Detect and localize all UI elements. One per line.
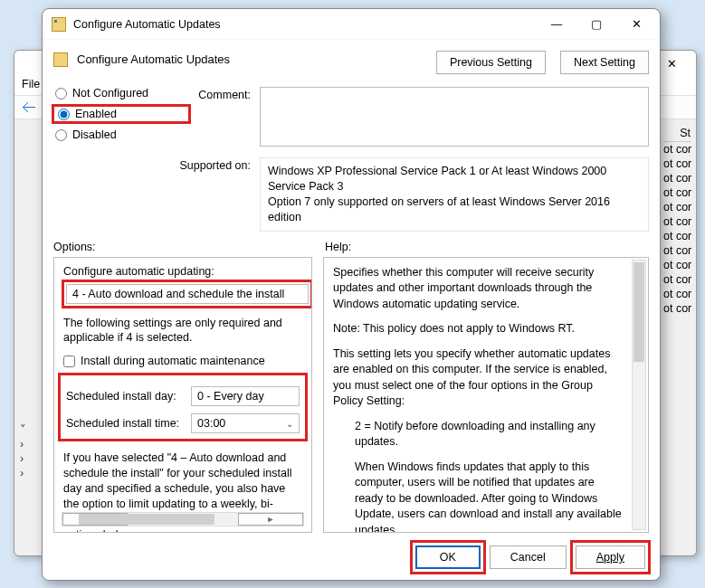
maximize-button[interactable]: ▢ — [576, 12, 616, 37]
supported-line: Windows XP Professional Service Pack 1 o… — [268, 164, 641, 194]
dialog-title: Configure Automatic Updates — [73, 18, 537, 31]
help-paragraph: This setting lets you specify whether au… — [333, 346, 623, 410]
scheduled-install-time-dropdown[interactable]: 03:00 ⌄ — [191, 413, 300, 433]
radio-input[interactable] — [55, 129, 67, 141]
help-panel: Specifies whether this computer will rec… — [323, 257, 649, 534]
supported-on-text: Windows XP Professional Service Pack 1 o… — [260, 157, 649, 232]
next-setting-button[interactable]: Next Setting — [560, 51, 649, 74]
maximize-icon: ▢ — [591, 17, 602, 31]
cancel-button[interactable]: Cancel — [490, 545, 567, 569]
tree-expander-icon[interactable]: ˅ — [20, 422, 26, 436]
dropdown-value: 03:00 — [197, 417, 281, 430]
list-item: ot cor — [663, 287, 691, 301]
nav-back-icon[interactable]: 🡠 — [20, 99, 38, 117]
list-item: ot cor — [663, 185, 691, 200]
radio-input[interactable] — [58, 109, 70, 120]
dialog-footer: OK Cancel Apply — [43, 533, 660, 580]
list-item: ot cor — [663, 229, 691, 243]
list-item: ot cor — [663, 200, 691, 214]
radio-input[interactable] — [55, 88, 67, 100]
background-close-button[interactable]: ✕ — [656, 54, 687, 72]
comment-textbox[interactable] — [260, 87, 649, 147]
minimize-button[interactable]: — — [537, 12, 576, 37]
install-during-maintenance-checkbox[interactable]: Install during automatic maintenance — [63, 355, 302, 367]
policy-icon — [52, 17, 66, 32]
options-panel: Configure automatic updating: 4 - Auto d… — [53, 257, 312, 534]
tree-chevron-icon[interactable]: › — [20, 467, 24, 479]
background-tree: ˅ › › › — [20, 422, 26, 480]
list-item: ot cor — [663, 214, 691, 229]
dialog-window: Configure Automatic Updates — ▢ ✕ Config… — [42, 8, 661, 581]
options-following-text: The following settings are only required… — [63, 316, 302, 346]
options-horizontal-scrollbar[interactable]: ◄ ► — [62, 512, 304, 526]
radio-not-configured[interactable]: Not Configured — [55, 87, 187, 100]
policy-icon — [53, 52, 68, 67]
close-button[interactable]: ✕ — [616, 12, 656, 37]
checkbox-input[interactable] — [63, 356, 75, 367]
comment-label: Comment: — [196, 87, 251, 147]
dropdown-value: 0 - Every day — [197, 390, 293, 403]
list-item: ot cor — [663, 142, 691, 156]
scheduled-install-day-dropdown[interactable]: 0 - Every day — [191, 386, 300, 406]
configure-updating-dropdown[interactable]: 4 - Auto download and schedule the insta… — [66, 284, 309, 304]
dropdown-value: 4 - Auto download and schedule the insta… — [72, 288, 302, 300]
help-label: Help: — [325, 241, 351, 253]
radio-label: Enabled — [75, 108, 117, 120]
supported-line: Option 7 only supported on servers of at… — [268, 194, 641, 225]
apply-button[interactable]: Apply — [576, 545, 645, 569]
options-label: Options: — [53, 241, 325, 253]
list-item: ot cor — [663, 156, 691, 171]
previous-setting-button[interactable]: Previous Setting — [436, 51, 546, 74]
scheduled-install-day-label: Scheduled install day: — [66, 390, 184, 403]
chevron-down-icon: ⌄ — [281, 419, 293, 429]
help-paragraph: When Windows finds updates that apply to… — [333, 460, 623, 534]
scheduled-install-time-label: Scheduled install time: — [66, 417, 184, 430]
help-paragraph: Note: This policy does not apply to Wind… — [333, 321, 623, 337]
configure-updating-label: Configure automatic updating: — [63, 265, 302, 278]
list-item: ot cor — [663, 258, 691, 272]
radio-disabled[interactable]: Disabled — [55, 128, 187, 141]
checkbox-label: Install during automatic maintenance — [81, 355, 265, 367]
list-item: ot cor — [663, 272, 691, 287]
background-right-column: St ot cor ot cor ot cor ot cor ot cor ot… — [663, 125, 691, 316]
ok-button[interactable]: OK — [415, 545, 481, 569]
policy-name: Configure Automatic Updates — [77, 51, 422, 66]
scrollbar-thumb[interactable] — [79, 514, 214, 525]
help-paragraph: 2 = Notify before downloading and instal… — [333, 419, 623, 450]
radio-enabled[interactable]: Enabled — [52, 104, 191, 124]
menu-file[interactable]: File — [22, 78, 40, 90]
supported-on-label: Supported on: — [53, 157, 251, 232]
help-paragraph: Specifies whether this computer will rec… — [333, 265, 623, 313]
radio-label: Not Configured — [72, 87, 148, 100]
tree-chevron-icon[interactable]: › — [20, 438, 24, 450]
scroll-right-icon[interactable]: ► — [238, 513, 303, 526]
list-item: ot cor — [663, 301, 691, 316]
minimize-icon: — — [551, 18, 563, 31]
background-column-header: St — [663, 125, 691, 142]
help-vertical-scrollbar[interactable] — [632, 260, 646, 531]
dialog-titlebar[interactable]: Configure Automatic Updates — ▢ ✕ — [43, 9, 660, 39]
radio-label: Disabled — [72, 128, 117, 141]
list-item: ot cor — [663, 171, 691, 185]
close-icon: ✕ — [632, 17, 642, 31]
scrollbar-thumb[interactable] — [634, 262, 644, 362]
tree-chevron-icon[interactable]: › — [20, 452, 24, 465]
close-icon: ✕ — [667, 57, 677, 71]
list-item: ot cor — [663, 243, 691, 258]
